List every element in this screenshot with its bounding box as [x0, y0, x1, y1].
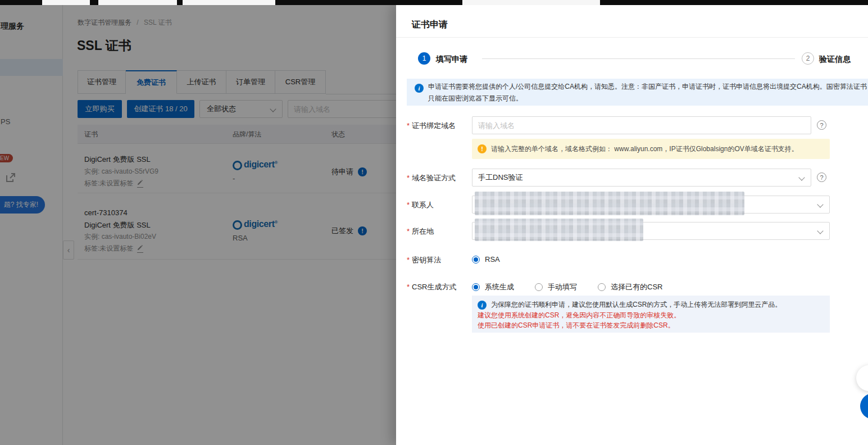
step-2-label: 验证信息 [819, 55, 851, 65]
field-label-domain: *证书绑定域名 [407, 121, 456, 131]
radio-manual-fill[interactable] [535, 283, 543, 291]
field-label-csr-method: *CSR生成方式 [407, 282, 457, 292]
redacted-location-value [475, 219, 643, 241]
warning-circle-icon: ! [478, 144, 487, 153]
domain-format-notice: 请输入完整的单个域名，域名格式例如： www.aliyun.com，IP证书仅G… [472, 139, 830, 159]
validation-method-value: 手工DNS验证 [478, 172, 522, 183]
browser-tab-stub [462, 0, 600, 5]
browser-tab-stub [42, 0, 90, 5]
radio-label-existing-csr: 选择已有的CSR [611, 282, 662, 292]
domain-input[interactable] [472, 116, 811, 134]
required-asterisk: * [407, 174, 410, 182]
chevron-down-icon [817, 201, 823, 207]
field-label-location: *所在地 [407, 226, 434, 237]
chevron-down-icon [817, 228, 823, 234]
info-circle-icon: i [415, 84, 424, 93]
field-label-contact: *联系人 [407, 200, 434, 210]
required-asterisk: * [407, 201, 410, 209]
radio-label-rsa: RSA [485, 255, 500, 264]
required-asterisk: * [407, 121, 410, 130]
radio-label-manual-fill: 手动填写 [548, 282, 577, 292]
field-label-key-algorithm: *密钥算法 [407, 255, 441, 265]
key-algorithm-radio-group: RSA [472, 255, 500, 264]
field-label-validation: *域名验证方式 [407, 173, 456, 183]
radio-system-generate[interactable] [472, 283, 480, 291]
required-asterisk: * [407, 227, 410, 235]
validation-method-select[interactable]: 手工DNS验证 [472, 169, 811, 187]
radio-existing-csr[interactable] [598, 283, 606, 291]
browser-top-strip [0, 0, 868, 5]
required-asterisk: * [407, 283, 410, 291]
radio-label-system-generate: 系统生成 [485, 282, 514, 292]
required-asterisk: * [407, 256, 410, 264]
ca-info-banner: 申请证书需要将您提供的个人/公司信息提交给CA机构，请知悉。注意：非国产证书，申… [407, 79, 868, 106]
step-1-circle: 1 [418, 52, 430, 65]
browser-tab-stub [183, 0, 275, 5]
csr-info-box: i 为保障您的证书顺利申请，建议您使用默认生成CSR的方式，手动上传将无法部署到… [472, 296, 830, 333]
help-question-icon[interactable]: ? [817, 172, 826, 182]
app-root: 理服务 PS EW 题? 找专家! ‹ 数字证书管理服务 / SSL 证书 SS… [0, 0, 868, 445]
csr-warning-text: 建议您使用系统创建的CSR，避免因内容不正确而导致的审核失败。 [478, 311, 680, 320]
browser-tab-stub [98, 0, 177, 5]
redacted-contact-value [475, 192, 744, 215]
cert-apply-drawer: 证书申请 1 填写申请 2 验证信息 申请证书需要将您提供的个人/公司信息提交给… [396, 4, 868, 445]
step-2-circle: 2 [802, 52, 814, 65]
csr-info-text: 为保障您的证书顺利申请，建议您使用默认生成CSR的方式，手动上传将无法部署到阿里… [491, 300, 781, 310]
help-question-icon[interactable]: ? [817, 120, 826, 130]
modal-dim-overlay[interactable] [0, 4, 397, 445]
step-1-label: 填写申请 [436, 55, 467, 65]
radio-rsa[interactable] [472, 256, 480, 264]
info-circle-icon: i [478, 301, 487, 310]
chevron-down-icon [798, 174, 805, 180]
csr-warning-text: 使用已创建的CSR申请证书，请不要在证书签发完成前删除CSR。 [478, 321, 675, 330]
step-connector [482, 58, 795, 59]
csr-method-radio-group: 系统生成 手动填写 选择已有的CSR [472, 282, 662, 292]
drawer-divider [396, 37, 868, 38]
drawer-title: 证书申请 [412, 19, 448, 31]
